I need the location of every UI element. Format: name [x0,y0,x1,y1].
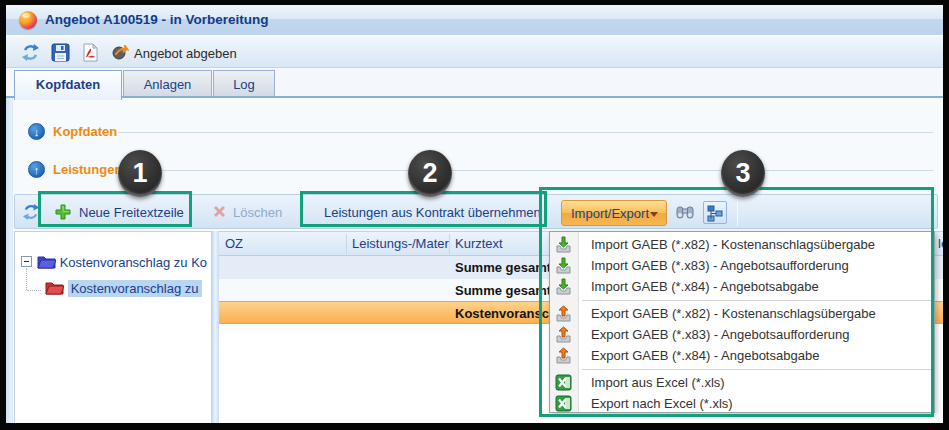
tree-collapse-toggle[interactable] [21,256,32,267]
column-header-oz[interactable]: OZ [225,236,345,251]
structure-tree: Kostenvoranschlag zu Ko Kostenvoranschla… [14,231,212,423]
chevron-down-icon [650,212,658,217]
menu-item-export-x83[interactable]: Export GAEB (*.x83) - Angebotsaufforderu… [550,324,934,345]
import-export-menu: Import GAEB (*.x82) - Kostenanschlagsübe… [549,231,935,413]
new-freetext-row-button[interactable]: Neue Freitextzeile [79,205,184,220]
window-title: Angebot A100519 - in Vorbereitung [45,12,269,27]
menu-item-export-x82[interactable]: Export GAEB (*.x82) - Kostenanschlagsübe… [550,303,934,324]
binoculars-icon[interactable] [676,204,694,222]
import-gaeb-icon [555,257,572,274]
leistungen-toolbar: Neue Freitextzeile Löschen Leistungen au… [14,194,938,229]
title-bar: Angebot A100519 - in Vorbereitung [6,5,943,36]
import-gaeb-icon [555,278,572,295]
tree-root-item[interactable]: Kostenvoranschlag zu Ko [37,254,207,274]
tree-child-label: Kostenvoranschlag zu [68,280,202,297]
collapse-up-icon[interactable]: ↑ [28,161,45,178]
save-icon[interactable] [51,43,70,62]
callout-badge-1: 1 [118,150,162,197]
app-logo-icon [19,11,37,29]
export-gaeb-icon [555,305,572,322]
toolbar-separator [737,199,738,226]
section-title-leistungen[interactable]: Leistungen [53,162,122,177]
menu-item-import-x82[interactable]: Import GAEB (*.x82) - Kostenanschlagsübe… [550,234,934,255]
callout-badge-2: 2 [408,150,452,197]
import-gaeb-icon [555,236,572,253]
column-divider[interactable] [449,234,450,254]
refresh-icon[interactable] [21,43,40,62]
refresh-icon[interactable] [22,203,40,221]
main-toolbar: Angebot abgeben [6,37,943,68]
import-export-label: Import/Export [571,206,649,221]
column-divider[interactable] [346,234,347,254]
export-gaeb-icon [555,326,572,343]
section-header-kopfdaten: ↓ Kopfdaten [28,123,938,141]
delete-x-icon [212,204,227,219]
tree-connector [26,268,27,290]
delete-button: Löschen [233,205,282,220]
tree-root-label: Kostenvoranschlag zu Ko [60,255,207,270]
tree-child-item[interactable]: Kostenvoranschlag zu [45,280,202,300]
column-header-leistung[interactable]: Leistungs-/Materi [352,236,449,251]
tab-kopfdaten[interactable]: Kopfdaten [14,70,122,100]
menu-item-export-x84[interactable]: Export GAEB (*.x84) - Angebotsabgabe [550,345,934,366]
tab-strip: Kopfdaten Anlagen Log [6,68,943,98]
import-export-button[interactable]: Import/Export [561,200,667,226]
collapse-down-icon[interactable]: ↓ [28,123,45,140]
column-header-partial[interactable]: ler [938,236,943,251]
pdf-icon[interactable] [81,43,100,62]
export-gaeb-icon [555,347,572,364]
section-title-kopfdaten[interactable]: Kopfdaten [53,124,117,139]
callout-badge-3: 3 [721,150,765,197]
tab-log[interactable]: Log [213,70,275,98]
submit-offer-button[interactable]: Angebot abgeben [134,46,237,61]
section-header-leistungen: ↑ Leistungen [28,161,938,179]
excel-icon [555,374,572,391]
menu-item-export-excel[interactable]: Export nach Excel (*.xls) [550,393,934,414]
tab-anlagen[interactable]: Anlagen [123,70,212,98]
hierarchy-view-button[interactable] [703,201,727,224]
tree-connector [27,290,41,291]
window-frame: Angebot A100519 - in Vorbereitung [6,5,943,423]
excel-icon [555,395,572,412]
menu-item-import-x84[interactable]: Import GAEB (*.x84) - Angebotsabgabe [550,276,934,297]
screenshot-stage: Angebot A100519 - in Vorbereitung [0,0,949,430]
plus-icon [54,203,72,221]
section-divider [118,132,933,133]
takeover-contract-button[interactable]: Leistungen aus Kontrakt übernehmen [324,205,541,220]
menu-item-import-excel[interactable]: Import aus Excel (*.xls) [550,372,934,393]
send-icon[interactable] [112,45,131,64]
panel-splitter[interactable] [212,231,219,423]
left-edge-strip [6,98,13,423]
section-divider [152,170,933,171]
menu-item-import-x83[interactable]: Import GAEB (*.x83) - Angebotsaufforderu… [550,255,934,276]
